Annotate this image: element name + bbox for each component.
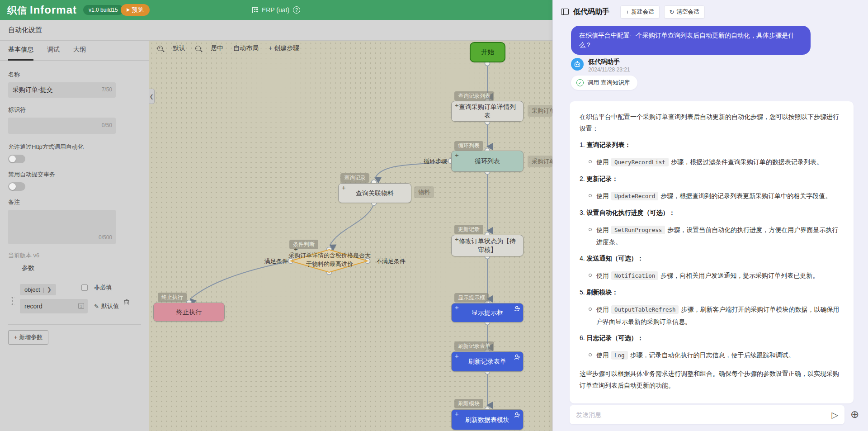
answer-block: 1. 查询记录列表： (580, 141, 844, 149)
answer-block: 4. 发送通知（可选）： (580, 255, 844, 263)
auto-layout-button[interactable]: 自动布局 (233, 44, 259, 52)
bullet-circle-icon (589, 160, 592, 163)
flow-node-prompt[interactable]: + 显示提示框 (451, 303, 524, 322)
user-message: 在织信平台中配置一个采购订单查询列表后自动更新的自动化，具体步骤是什么？ (571, 26, 811, 55)
step-type-badge: 刷新记录表单 (454, 341, 494, 351)
page-title: 自动化设置 (0, 20, 552, 41)
http-toggle[interactable] (8, 155, 25, 163)
name-input[interactable]: 采购订单-提交 7/50 (8, 82, 116, 98)
building-icon (252, 7, 258, 13)
check-circle-icon: ✓ (576, 79, 584, 86)
add-step-icon[interactable]: + (455, 236, 459, 242)
message-input[interactable] (576, 411, 828, 418)
flow-node-condition[interactable]: 采购订单详情的含税价格是否大于物料的最高进价 (288, 251, 371, 269)
send-icon[interactable]: ▷ (831, 410, 838, 420)
flow-node-refresh-module[interactable]: + 刷新数据表模块 (451, 409, 524, 430)
params-title: 参数 (22, 264, 141, 272)
attach-plus-icon[interactable]: ⊕ (850, 409, 859, 420)
autocommit-toggle[interactable] (8, 182, 25, 191)
assistant-title: 低代码助手 (573, 7, 609, 17)
name-counter: 7/50 (102, 86, 112, 93)
identifier-input[interactable]: 0/50 (8, 118, 116, 134)
assistant-name: 低代码助手 (588, 58, 630, 66)
identifier-label: 标识符 (8, 106, 141, 114)
preview-button[interactable]: 预览 (121, 4, 150, 16)
help-icon[interactable]: ? (293, 6, 300, 14)
name-label: 名称 (8, 71, 141, 79)
add-step-icon[interactable]: + (455, 102, 459, 109)
remark-counter: 0/500 (99, 234, 112, 241)
flow-node-start[interactable]: 开始 (470, 42, 505, 62)
param-name-input[interactable]: record 1 (20, 299, 88, 313)
tab-outline[interactable]: 大纲 (73, 41, 86, 61)
answer-block: 使用SetRunProgress步骤，设置当前自动化的执行进度，方便在用户界面显… (589, 224, 844, 248)
answer-block: 使用UpdateRecord步骤，根据查询到的记录列表更新采购订单中的相关字段值… (589, 190, 844, 202)
flow-node-refresh-form[interactable]: + 刷新记录表单 (451, 351, 524, 372)
answer-block: 使用Log步骤，记录自动化执行的日志信息，便于后续跟踪和调试。 (589, 349, 844, 361)
autocommit-label: 禁用自动提交事务 (8, 171, 141, 179)
flow-canvas[interactable]: + 默认 - 居中 自动布局 + 创建步骤 ❮ 开始 查询记录列表 + 查询采购… (149, 41, 552, 431)
bullet-circle-icon (589, 194, 592, 197)
answer-block: 6. 日志记录（可选）： (580, 334, 844, 342)
http-toggle-label: 允许通过Http方式调用自动化 (8, 143, 141, 151)
step-type-badge: 查询记录列表 (454, 91, 494, 101)
center-button[interactable]: 居中 (211, 44, 223, 52)
new-session-button[interactable]: +新建会话 (620, 5, 660, 19)
condition-no-label: 不满足条件 (376, 257, 406, 265)
drag-handle-icon[interactable] (11, 296, 14, 305)
create-step-button[interactable]: + 创建步骤 (269, 44, 299, 52)
answer-block: 在织信平台中配置一个采购订单查询列表后自动更新的自动化步骤，您可以按照以下步骤进… (580, 111, 844, 134)
sidebar-collapse-handle[interactable]: ❮ (149, 89, 155, 104)
flow-node-loop[interactable]: + 循环列表 (451, 151, 524, 172)
add-step-icon[interactable]: + (455, 411, 459, 417)
flow-node-query-material[interactable]: + 查询关联物料 (338, 183, 411, 203)
divider (8, 277, 141, 277)
chevron-right-icon: ❯ (47, 286, 52, 293)
add-step-icon[interactable]: + (455, 353, 459, 359)
flow-node-update[interactable]: + 修改订单状态为【待审核】 (451, 235, 524, 256)
tool-call-chip[interactable]: ✓ 调用 查询知识库 (571, 76, 637, 90)
delete-param-icon[interactable] (123, 299, 130, 308)
answer-block: 2. 更新记录： (580, 175, 844, 183)
bullet-circle-icon (589, 353, 592, 356)
play-icon (127, 8, 130, 12)
chat-input-bar[interactable]: ▷ (570, 405, 844, 424)
optional-checkbox[interactable] (81, 284, 88, 291)
remark-textarea[interactable]: 0/500 (8, 210, 116, 244)
zoom-in-button[interactable]: + (157, 46, 163, 51)
zoom-out-button[interactable]: - (195, 46, 201, 51)
param-row: object|❯ 非必填 record 1 ✎默认值 (8, 280, 141, 322)
flow-node-terminate[interactable]: 终止执行 (153, 303, 225, 322)
add-step-icon[interactable]: + (455, 304, 459, 311)
add-param-button[interactable]: + 新增参数 (8, 330, 48, 345)
plus-icon: + (626, 9, 629, 15)
tab-debug[interactable]: 调试 (47, 41, 60, 61)
answer-block: 3. 设置自动化执行进度（可选）： (580, 209, 844, 217)
record-pill: 采购订单详情 (528, 105, 552, 117)
zoom-reset-button[interactable]: 默认 (173, 44, 185, 52)
pencil-icon: ✎ (94, 303, 99, 310)
version-badge: v1.0 build15 (83, 5, 123, 15)
assistant-panel: 低代码助手 +新建会话 ↻清空会话 在织信平台中配置一个采购订单查询列表后自动更… (552, 0, 868, 431)
loop-step-label: 循环步骤 (424, 157, 447, 166)
sidebar-tabs: 基本信息 调试 大纲 (0, 41, 149, 61)
message-timestamp: 2024/11/28 23:21 (588, 66, 630, 73)
step-type-badge: 循环列表 (454, 141, 483, 151)
remark-label: 备注 (8, 198, 141, 206)
assistant-header: 低代码助手 +新建会话 ↻清空会话 (553, 0, 868, 24)
bullet-circle-icon (589, 308, 592, 311)
step-type-badge: 查询记录 (340, 173, 369, 183)
add-step-icon[interactable]: + (455, 152, 459, 158)
optional-checkbox-group[interactable]: 非必填 (81, 284, 112, 292)
answer-card: 在织信平台中配置一个采购订单查询列表后自动更新的自动化步骤，您可以按照以下步骤进… (570, 101, 854, 403)
default-value-button[interactable]: ✎默认值 (94, 302, 119, 310)
flow-node-query-list[interactable]: + 查询采购订单详情列表 (451, 101, 524, 122)
canvas-toolbar: + 默认 - 居中 自动布局 + 创建步骤 (157, 44, 299, 52)
tab-basic-info[interactable]: 基本信息 (8, 41, 33, 61)
param-type-chip[interactable]: object|❯ (20, 284, 56, 295)
condition-yes-label: 满足条件 (264, 257, 288, 265)
assistant-message-header: 低代码助手 2024/11/28 23:21 (571, 58, 630, 73)
add-step-icon[interactable]: + (342, 185, 346, 191)
clear-session-button[interactable]: ↻清空会话 (664, 5, 705, 19)
panel-toggle-icon[interactable] (561, 9, 569, 15)
